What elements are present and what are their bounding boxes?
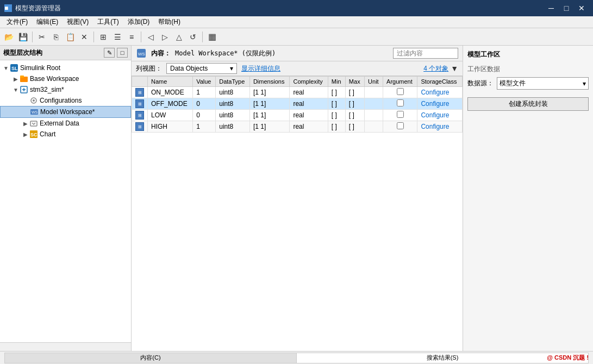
toolbar-btn-forward[interactable]: ▷ bbox=[158, 30, 171, 43]
details-link[interactable]: 显示详细信息 bbox=[241, 64, 280, 73]
tree-item-base-workspace[interactable]: ▶ Base Workspace bbox=[0, 73, 131, 84]
tree-item-simulink-root[interactable]: ▼ SL Simulink Root bbox=[0, 62, 131, 73]
col-header-datatype[interactable]: DataType bbox=[216, 77, 250, 87]
maximize-button[interactable]: □ bbox=[559, 3, 573, 13]
col-header-min[interactable]: Min bbox=[328, 77, 345, 87]
cell-icon: ⊞ bbox=[132, 98, 148, 110]
cell-complexity: real bbox=[290, 87, 328, 98]
toolbar-btn-details[interactable]: ≡ bbox=[125, 30, 138, 43]
toolbar-btn-list[interactable]: ☰ bbox=[111, 30, 124, 43]
toolbar-btn-open[interactable]: 📂 bbox=[2, 30, 15, 43]
panel-title: 模型工作区 bbox=[467, 50, 589, 59]
col-header-value[interactable]: Value bbox=[193, 77, 216, 87]
configure-link[interactable]: Configure bbox=[421, 89, 449, 96]
toolbar-btn-save[interactable]: 💾 bbox=[16, 30, 29, 43]
menu-bar: 文件(F) 编辑(E) 视图(V) 工具(T) 添加(D) 帮助(H) bbox=[0, 16, 593, 28]
table-row[interactable]: ⊞ LOW 0 uint8 [1 1] real [ ] [ ] Configu… bbox=[132, 110, 463, 121]
menu-add[interactable]: 添加(D) bbox=[123, 16, 154, 28]
toolbar-sep-2 bbox=[93, 32, 94, 42]
count-text[interactable]: 4 个对象 bbox=[423, 64, 448, 73]
cell-argument[interactable] bbox=[383, 87, 417, 98]
filter-dropdown-icon[interactable]: ▼ bbox=[451, 64, 458, 73]
toggle-simulink-root[interactable]: ▼ bbox=[2, 64, 10, 72]
title-bar: ■ 模型资源管理器 ─ □ ✕ bbox=[0, 0, 593, 16]
cell-argument[interactable] bbox=[383, 121, 417, 133]
toolbar-btn-refresh[interactable]: ↺ bbox=[186, 30, 199, 43]
tree-item-chart[interactable]: ▶ SC Chart bbox=[0, 129, 131, 140]
toolbar-btn-grid[interactable]: ⊞ bbox=[97, 30, 110, 43]
menu-view[interactable]: 视图(V) bbox=[63, 16, 93, 28]
configure-link[interactable]: Configure bbox=[421, 100, 449, 108]
col-header-complexity[interactable]: Complexity bbox=[290, 77, 328, 87]
tree-item-model-workspace[interactable]: ▶ WS Model Workspace* bbox=[0, 106, 131, 118]
toggle-base-workspace[interactable]: ▶ bbox=[12, 75, 20, 83]
configurations-icon bbox=[29, 96, 38, 105]
toolbar-btn-copy[interactable]: ⎘ bbox=[49, 30, 63, 43]
svg-rect-3 bbox=[20, 76, 24, 78]
status-tab-search[interactable]: 搜索结果(S) bbox=[297, 353, 589, 363]
toggle-external-data[interactable]: ▶ bbox=[22, 120, 29, 127]
toolbar: 📂 💾 ✂ ⎘ 📋 ✕ ⊞ ☰ ≡ ◁ ▷ △ ↺ ▦ bbox=[0, 28, 593, 46]
col-header-argument[interactable]: Argument bbox=[383, 77, 417, 87]
col-header-icon[interactable] bbox=[132, 77, 148, 87]
panel-data-source-dropdown[interactable]: 模型文件 ▾ bbox=[497, 77, 589, 90]
table-row[interactable]: ⊞ OFF_MODE 0 uint8 [1 1] real [ ] [ ] Co… bbox=[132, 98, 463, 110]
cell-datatype: uint8 bbox=[216, 98, 250, 110]
configure-link[interactable]: Configure bbox=[421, 123, 449, 130]
filter-input[interactable] bbox=[393, 48, 458, 59]
create-system-package-button[interactable]: 创建系统封装 bbox=[467, 97, 589, 111]
menu-tools[interactable]: 工具(T) bbox=[93, 16, 123, 28]
col-header-dimensions[interactable]: Dimensions bbox=[249, 77, 290, 87]
cell-complexity: real bbox=[290, 121, 328, 133]
panel-data-source-row: 数据源： 模型文件 ▾ bbox=[467, 77, 589, 90]
toolbar-btn-up[interactable]: △ bbox=[172, 30, 185, 43]
tree-item-external-data[interactable]: ▶ External Data bbox=[0, 118, 131, 129]
cell-unit bbox=[365, 87, 383, 98]
tree-item-stm32-sim[interactable]: ▼ stm32_sim* bbox=[0, 84, 131, 95]
toolbar-sep-3 bbox=[141, 32, 141, 42]
base-workspace-label: Base Workspace bbox=[30, 75, 79, 83]
col-header-unit[interactable]: Unit bbox=[365, 77, 383, 87]
menu-help[interactable]: 帮助(H) bbox=[154, 16, 185, 28]
toggle-chart[interactable]: ▶ bbox=[22, 130, 29, 138]
cell-storageclass[interactable]: Configure bbox=[417, 87, 463, 98]
data-table: Name Value DataType Dimensions Complexit… bbox=[132, 76, 463, 133]
edit-icon-button[interactable]: ✎ bbox=[104, 48, 115, 58]
view-dropdown[interactable]: Data Objects ▾ bbox=[166, 63, 237, 74]
toolbar-btn-cut[interactable]: ✂ bbox=[35, 30, 48, 43]
main-layout: 模型层次结构 ✎ □ ▼ SL Simulink Root ▶ Base bbox=[0, 46, 593, 351]
cell-max: [ ] bbox=[345, 110, 364, 121]
toolbar-btn-table[interactable]: ▦ bbox=[205, 30, 219, 43]
table-row[interactable]: ⊞ ON_MODE 1 uint8 [1 1] real [ ] [ ] Con… bbox=[132, 87, 463, 98]
configure-link[interactable]: Configure bbox=[421, 111, 449, 119]
table-row[interactable]: ⊞ HIGH 1 uint8 [1 1] real [ ] [ ] Config… bbox=[132, 121, 463, 133]
close-button[interactable]: ✕ bbox=[575, 3, 589, 13]
panel-spacer bbox=[467, 114, 589, 347]
cell-argument[interactable] bbox=[383, 110, 417, 121]
toolbar-btn-paste[interactable]: 📋 bbox=[64, 30, 77, 43]
toolbar-btn-delete[interactable]: ✕ bbox=[78, 30, 91, 43]
col-header-name[interactable]: Name bbox=[148, 77, 193, 87]
configurations-label: Configurations bbox=[40, 97, 82, 104]
cell-argument[interactable] bbox=[383, 98, 417, 110]
col-header-storageclass[interactable]: StorageClass bbox=[417, 77, 463, 87]
cell-storageclass[interactable]: Configure bbox=[417, 98, 463, 110]
svg-text:SL: SL bbox=[11, 66, 18, 71]
new-icon-button[interactable]: □ bbox=[117, 48, 128, 58]
cell-storageclass[interactable]: Configure bbox=[417, 110, 463, 121]
menu-file[interactable]: 文件(F) bbox=[2, 16, 32, 28]
tree-item-configurations[interactable]: ▶ Configurations bbox=[0, 95, 131, 106]
cell-storageclass[interactable]: Configure bbox=[417, 121, 463, 133]
chevron-down-icon: ▾ bbox=[230, 65, 233, 72]
status-bar: 内容(C) 搜索结果(S) bbox=[0, 351, 593, 364]
status-tab-content[interactable]: 内容(C) bbox=[4, 353, 297, 363]
tree-area: ▼ SL Simulink Root ▶ Base Workspace ▼ bbox=[0, 60, 131, 342]
toggle-stm32-sim[interactable]: ▼ bbox=[12, 86, 20, 93]
menu-edit[interactable]: 编辑(E) bbox=[32, 16, 63, 28]
stm32-sim-label: stm32_sim* bbox=[30, 86, 64, 93]
toolbar-btn-back[interactable]: ◁ bbox=[144, 30, 157, 43]
content-header-icon: WS bbox=[136, 48, 147, 59]
minimize-button[interactable]: ─ bbox=[544, 3, 558, 13]
col-header-max[interactable]: Max bbox=[345, 77, 364, 87]
panel-section-title: 工作区数据 bbox=[467, 65, 589, 74]
